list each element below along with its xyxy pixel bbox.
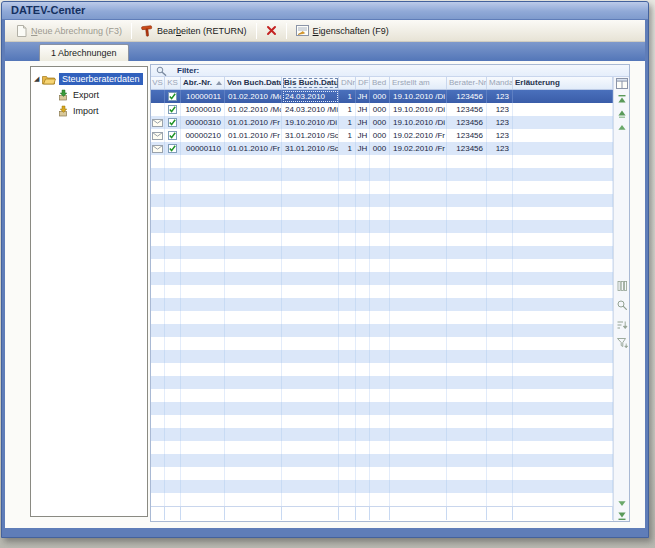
- cell-dnr[interactable]: 1: [339, 116, 356, 129]
- cell-erstellt_am[interactable]: 19.10.2010 /Di: [390, 116, 447, 129]
- table-row[interactable]: 0000011001.01.2010 /Fr31.01.2010 /So1JH0…: [151, 142, 613, 155]
- cell-berater_nr[interactable]: 123456: [447, 90, 487, 103]
- cell-vs_envelope[interactable]: [151, 90, 165, 103]
- cell-bed[interactable]: 000: [370, 116, 390, 129]
- cell-vs_envelope[interactable]: [151, 103, 165, 116]
- delete-button[interactable]: [260, 23, 283, 38]
- cell-bed[interactable]: 000: [370, 103, 390, 116]
- cell-mandant[interactable]: 123: [487, 129, 513, 142]
- cell-von[interactable]: 01.01.2010 /Fr: [225, 142, 282, 155]
- checkbox-checked-icon[interactable]: [168, 131, 177, 140]
- cell-df[interactable]: JH: [356, 129, 370, 142]
- tree-item-export[interactable]: Export: [31, 87, 147, 103]
- cell-df[interactable]: JH: [356, 90, 370, 103]
- cell-dnr[interactable]: 1: [339, 103, 356, 116]
- eigenschaften-button[interactable]: Eigenschaften (F9): [290, 23, 395, 38]
- checkbox-checked-icon[interactable]: [168, 118, 177, 127]
- cell-abr_nr[interactable]: 00000310: [181, 116, 225, 129]
- cell-bis[interactable]: 24.03.2010 /Mi: [282, 103, 339, 116]
- checkbox-checked-icon[interactable]: [168, 92, 177, 101]
- cell-ks_checked[interactable]: [165, 142, 181, 155]
- cell-von[interactable]: 01.02.2010 /Mo: [225, 103, 282, 116]
- cell-bed[interactable]: 000: [370, 90, 390, 103]
- cell-mandant[interactable]: 123: [487, 103, 513, 116]
- tree-item-steuerberaterdaten[interactable]: ◢ Steuerberaterdaten: [31, 71, 147, 87]
- cell-bis[interactable]: 19.10.2010 /Di: [282, 116, 339, 129]
- sort-icon[interactable]: [616, 319, 628, 331]
- cell-erstellt_am[interactable]: 19.02.2010 /Fr: [390, 142, 447, 155]
- column-layout-icon[interactable]: [616, 280, 628, 292]
- cell-erstellt_am[interactable]: 19.10.2010 /Di: [390, 103, 447, 116]
- checkbox-checked-icon[interactable]: [168, 105, 177, 114]
- column-header-6[interactable]: DF: [356, 77, 370, 89]
- cell-df[interactable]: JH: [356, 116, 370, 129]
- tree-item-import[interactable]: Import: [31, 103, 147, 119]
- scroll-up-page-icon[interactable]: [616, 108, 628, 120]
- cell-mandant[interactable]: 123: [487, 90, 513, 103]
- cell-abr_nr[interactable]: 10000011: [181, 90, 225, 103]
- column-chooser-icon[interactable]: [616, 78, 628, 90]
- cell-erstellt_am[interactable]: 19.10.2010 /Di: [390, 90, 447, 103]
- cell-von[interactable]: 01.01.2010 /Fr: [225, 129, 282, 142]
- cell-df[interactable]: JH: [356, 103, 370, 116]
- cell-berater_nr[interactable]: 123456: [447, 116, 487, 129]
- cell-bis[interactable]: 31.01.2010 /So: [282, 142, 339, 155]
- cell-vs_envelope[interactable]: [151, 116, 165, 129]
- column-header-4[interactable]: Bis Buch.Datum: [282, 77, 339, 89]
- title-bar[interactable]: DATEV-Center: [2, 2, 648, 19]
- column-header-0[interactable]: VS: [151, 77, 165, 89]
- table-row[interactable]: 0000021001.01.2010 /Fr31.01.2010 /So1JH0…: [151, 129, 613, 142]
- cell-ks_checked[interactable]: [165, 90, 181, 103]
- column-header-10[interactable]: Mandan: [487, 77, 513, 89]
- cell-abr_nr[interactable]: 10000010: [181, 103, 225, 116]
- column-header-1[interactable]: KS: [165, 77, 181, 89]
- cell-df[interactable]: JH: [356, 142, 370, 155]
- cell-erlaeuterung[interactable]: [513, 103, 613, 116]
- cell-bis[interactable]: 24.03.2010: [282, 90, 339, 103]
- column-header-11[interactable]: Erläuterung: [513, 77, 613, 89]
- table-row[interactable]: 0000031001.01.2010 /Fr19.10.2010 /Di1JH0…: [151, 116, 613, 129]
- cell-ks_checked[interactable]: [165, 103, 181, 116]
- cell-berater_nr[interactable]: 123456: [447, 129, 487, 142]
- table-row[interactable]: 1000001001.02.2010 /Mo24.03.2010 /Mi1JH0…: [151, 103, 613, 116]
- scroll-to-bottom-icon[interactable]: [616, 509, 628, 521]
- cell-mandant[interactable]: 123: [487, 142, 513, 155]
- cell-erlaeuterung[interactable]: [513, 129, 613, 142]
- scroll-up-icon[interactable]: [616, 122, 628, 134]
- cell-erstellt_am[interactable]: 19.02.2010 /Fr: [390, 129, 447, 142]
- bearbeiten-button[interactable]: Bearbeiten (RETURN): [135, 23, 253, 39]
- tab-abrechnungen[interactable]: 1 Abrechnungen: [39, 44, 129, 61]
- filter-row[interactable]: Filter:: [151, 65, 629, 77]
- cell-mandant[interactable]: 123: [487, 116, 513, 129]
- filter-funnel-icon[interactable]: [616, 337, 628, 349]
- cell-dnr[interactable]: 1: [339, 129, 356, 142]
- checkbox-checked-icon[interactable]: [168, 144, 177, 153]
- cell-von[interactable]: 01.02.2010 /Mo: [225, 90, 282, 103]
- new-abrechnung-button[interactable]: Neue Abrechnung (F3): [10, 23, 128, 39]
- cell-ks_checked[interactable]: [165, 129, 181, 142]
- cell-abr_nr[interactable]: 00000110: [181, 142, 225, 155]
- cell-vs_envelope[interactable]: [151, 142, 165, 155]
- cell-vs_envelope[interactable]: [151, 129, 165, 142]
- cell-dnr[interactable]: 1: [339, 90, 356, 103]
- cell-bis[interactable]: 31.01.2010 /So: [282, 129, 339, 142]
- cell-erlaeuterung[interactable]: [513, 90, 613, 103]
- scroll-down-icon[interactable]: [616, 497, 628, 509]
- column-header-3[interactable]: Von Buch.Datum: [225, 77, 282, 89]
- column-header-9[interactable]: Berater-Nr.: [447, 77, 487, 89]
- cell-dnr[interactable]: 1: [339, 142, 356, 155]
- column-header-7[interactable]: Bed: [370, 77, 390, 89]
- cell-berater_nr[interactable]: 123456: [447, 103, 487, 116]
- cell-von[interactable]: 01.01.2010 /Fr: [225, 116, 282, 129]
- column-header-5[interactable]: DNr.: [339, 77, 356, 89]
- cell-erlaeuterung[interactable]: [513, 142, 613, 155]
- cell-bed[interactable]: 000: [370, 142, 390, 155]
- cell-berater_nr[interactable]: 123456: [447, 142, 487, 155]
- table-row[interactable]: 1000001101.02.2010 /Mo24.03.20101JH00019…: [151, 90, 613, 103]
- cell-ks_checked[interactable]: [165, 116, 181, 129]
- cell-erlaeuterung[interactable]: [513, 116, 613, 129]
- scroll-to-top-icon[interactable]: [616, 94, 628, 106]
- tree-expander-icon[interactable]: ◢: [34, 75, 42, 83]
- cell-abr_nr[interactable]: 00000210: [181, 129, 225, 142]
- search-icon[interactable]: [616, 299, 628, 311]
